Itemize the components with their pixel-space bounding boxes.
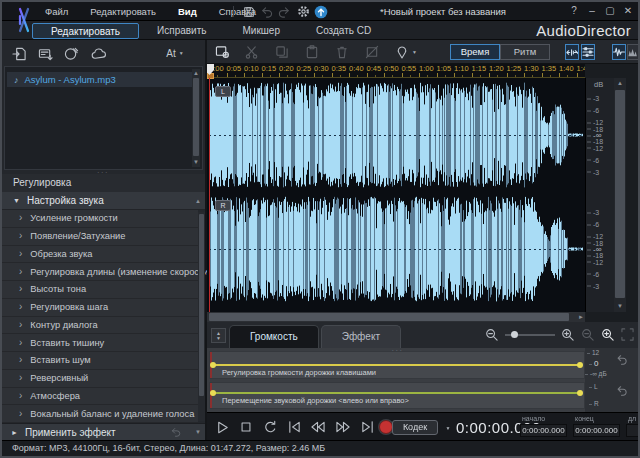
undo-icon[interactable] xyxy=(259,4,274,19)
codec-button[interactable]: Кодек xyxy=(392,420,438,435)
codec-dropdown-icon[interactable]: ▼ xyxy=(442,422,454,434)
scroll-down-icon[interactable]: ▼ xyxy=(195,429,201,435)
collapse-panel-button[interactable]: ▲ ▼ xyxy=(211,328,226,343)
spectral-view-icon[interactable] xyxy=(627,44,638,60)
scroll-up-icon[interactable]: ▲ xyxy=(195,198,201,204)
adjust-item[interactable]: › Высоты тона xyxy=(2,281,198,299)
marker-icon[interactable] xyxy=(393,44,411,60)
lane-resize-handle[interactable]: ∙∙∙ xyxy=(392,346,404,353)
zoom-out-horizontal-icon[interactable] xyxy=(485,328,499,341)
envelope-point[interactable] xyxy=(577,390,583,396)
go-to-start-button[interactable] xyxy=(285,418,303,436)
waveform-view-icon[interactable] xyxy=(612,44,626,60)
adjust-item[interactable]: › Регулировка шага xyxy=(2,299,198,317)
start-field[interactable]: 0:00:00.000 xyxy=(520,424,567,437)
scrollbar-thumb[interactable] xyxy=(615,90,625,298)
media-file-row[interactable]: ♪ Asylum - Asylum.mp3 xyxy=(7,72,195,87)
zoom-in-horizontal-icon[interactable] xyxy=(561,328,575,341)
lane-reset-icon[interactable] xyxy=(615,354,628,365)
loop-button[interactable] xyxy=(261,418,279,436)
adjust-scrollbar[interactable] xyxy=(198,212,205,421)
adjust-group-sound-settings[interactable]: ▼ Настройка звука ▲ xyxy=(2,192,205,210)
adjust-item[interactable]: › Реверсивный xyxy=(2,370,198,388)
cloud-icon[interactable] xyxy=(90,45,108,62)
import-file-icon[interactable] xyxy=(10,45,28,62)
mode-tab[interactable]: Создать CD xyxy=(298,23,389,39)
time-mode-button[interactable]: Ритм xyxy=(500,44,550,60)
envelope-point[interactable] xyxy=(210,390,216,396)
apply-effect-group[interactable]: ► Применить эффект ▼ xyxy=(2,423,205,440)
trim-icon[interactable] xyxy=(363,44,381,60)
import-project-icon[interactable] xyxy=(36,45,54,62)
upgrade-icon[interactable] xyxy=(313,4,328,19)
paste-icon[interactable] xyxy=(303,44,321,60)
zoom-in-vertical-icon[interactable] xyxy=(601,328,615,341)
stop-button[interactable] xyxy=(237,418,255,436)
pan-envelope-line[interactable] xyxy=(212,392,581,394)
pan-lane[interactable]: Перемещение звуковой дорожки <влево или … xyxy=(209,382,585,409)
adjust-item[interactable]: › Появление/Затухание xyxy=(2,228,198,246)
go-to-end-button[interactable] xyxy=(358,418,376,436)
horizontal-scrollbar[interactable]: ► xyxy=(207,312,585,322)
mode-tab[interactable]: Исправить xyxy=(139,23,224,39)
save-icon[interactable] xyxy=(241,4,256,19)
envelope-point[interactable] xyxy=(577,362,583,368)
volume-lane[interactable]: Регулировка громкости дорожки клавишами xyxy=(209,351,585,379)
zoom-slider-knob[interactable] xyxy=(511,331,518,338)
lane-reset-icon[interactable] xyxy=(615,385,628,396)
scrollbar-thumb[interactable] xyxy=(209,313,569,321)
waveform-channel-left[interactable] xyxy=(209,81,583,189)
record-button[interactable] xyxy=(379,420,393,434)
vertical-scrollbar[interactable]: ▲ ▼ xyxy=(614,78,626,312)
menu-item[interactable]: Файл xyxy=(34,2,79,21)
adjust-item[interactable]: › Контур диалога xyxy=(2,317,198,335)
delete-icon[interactable] xyxy=(333,44,351,60)
adjust-item[interactable]: › Регулировка длины (изменение скорости) xyxy=(2,263,198,281)
waveform-channel-right[interactable] xyxy=(209,195,583,303)
copy-icon[interactable] xyxy=(273,44,291,60)
adjust-item[interactable]: › Вставить тишину xyxy=(2,334,198,352)
scroll-up-icon[interactable]: ▲ xyxy=(192,70,200,77)
duration-field[interactable]: 0:00 xyxy=(626,424,638,437)
library-scrollbar[interactable]: ▲ ▼ xyxy=(192,69,200,167)
mode-tab[interactable]: Микшер xyxy=(225,23,298,39)
rewind-button[interactable] xyxy=(309,418,327,436)
time-mode-button[interactable]: Время xyxy=(450,44,500,60)
settings-gear-icon[interactable] xyxy=(296,4,311,19)
scroll-down-icon[interactable]: ▼ xyxy=(192,159,200,166)
sort-button[interactable]: At ▼ xyxy=(160,45,190,61)
channel-options-icon[interactable] xyxy=(581,44,595,60)
lower-tab[interactable]: Эффект xyxy=(321,325,401,348)
marker-dropdown-icon[interactable]: ▼ xyxy=(412,50,417,55)
adjust-item[interactable]: › Усиление громкости xyxy=(2,210,198,228)
help-button[interactable]: ? xyxy=(568,4,580,18)
scroll-down-icon[interactable]: ▼ xyxy=(614,303,626,310)
adjust-item[interactable]: › Обрезка звука xyxy=(2,246,198,264)
reset-icon[interactable] xyxy=(170,427,181,437)
adjust-item[interactable]: › Вокальный баланс и удаление голоса xyxy=(2,405,198,423)
end-field[interactable]: 0:00:00.000 xyxy=(573,424,620,437)
download-media-icon[interactable] xyxy=(62,45,80,62)
adjust-item[interactable]: › Атмосфера xyxy=(2,388,198,406)
zoom-slider[interactable] xyxy=(505,334,555,336)
close-button[interactable]: ✕ xyxy=(622,4,634,18)
menu-item[interactable]: Вид xyxy=(167,2,208,21)
play-button[interactable] xyxy=(213,418,231,436)
redo-icon[interactable] xyxy=(277,4,292,19)
fit-view-icon[interactable] xyxy=(621,328,634,341)
fit-horizontal-icon[interactable] xyxy=(565,44,579,60)
maximize-button[interactable]: ▢ xyxy=(604,4,616,18)
mode-tab[interactable]: Редактировать xyxy=(32,23,139,39)
scroll-up-icon[interactable]: ▲ xyxy=(614,80,626,87)
scroll-right-icon[interactable]: ► xyxy=(578,314,584,320)
scrollbar-thumb[interactable] xyxy=(199,214,204,396)
menu-item[interactable]: Редактировать xyxy=(79,2,167,21)
envelope-point[interactable] xyxy=(210,362,216,368)
minimize-button[interactable]: – xyxy=(586,4,598,18)
lower-tab[interactable]: Громкость xyxy=(229,325,319,348)
scrollbar-thumb[interactable] xyxy=(193,78,199,156)
timeline-ruler[interactable]: 0:000:050:100:150:200:250:300:350:400:45… xyxy=(207,64,585,78)
edit-settings-icon[interactable] xyxy=(213,44,231,60)
cut-icon[interactable] xyxy=(243,44,261,60)
volume-envelope-line[interactable] xyxy=(212,364,581,366)
